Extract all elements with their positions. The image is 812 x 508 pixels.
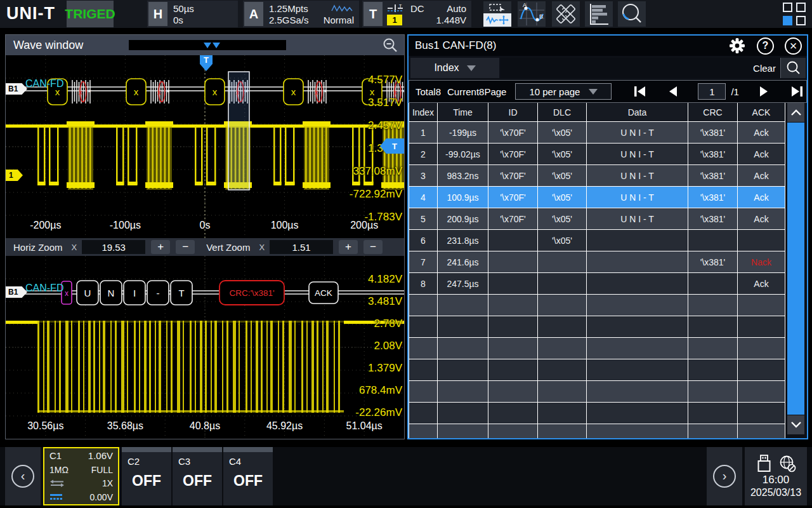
per-page-dropdown[interactable]: 10 per page bbox=[515, 83, 612, 100]
acquire-settings[interactable]: A 1.25Mpts 2.5GSa/s Normal bbox=[243, 1, 359, 27]
table-row[interactable] bbox=[409, 295, 785, 316]
table-cell bbox=[488, 251, 538, 273]
gear-icon[interactable] bbox=[728, 37, 746, 55]
window-layout-button[interactable] bbox=[783, 3, 806, 25]
ab-curve-icon: A B bbox=[518, 1, 546, 27]
table-row[interactable]: 5200.9µs'\x70F''\x05'U N I - T'\x381'Ack bbox=[409, 208, 785, 230]
prev-page-icon bbox=[667, 85, 679, 98]
table-row[interactable]: 6231.8µs'\x05' bbox=[409, 230, 785, 251]
brand-logo: UNI-T bbox=[6, 4, 55, 23]
last-page-button[interactable] bbox=[790, 85, 804, 98]
clear-button[interactable]: Clear bbox=[749, 58, 780, 78]
channel1-card[interactable]: C1 1.06V 1MΩ FULL 1X 0.00V bbox=[43, 447, 119, 505]
waveform-zoom[interactable]: xUNI-TCRC:'\x381'ACK B1 CAN-FD 4.182V3.4… bbox=[6, 256, 404, 439]
bottom-channel-bar: ‹ C1 1.06V 1MΩ FULL 1X bbox=[0, 447, 812, 505]
table-cell bbox=[438, 316, 488, 338]
table-cell: 200.9µs bbox=[438, 208, 488, 230]
help-icon[interactable]: ? bbox=[757, 37, 774, 55]
table-row[interactable] bbox=[409, 381, 785, 403]
voltage-label: 4.182V bbox=[326, 273, 402, 286]
bus-search-row: Index Clear bbox=[409, 56, 807, 80]
measure-button[interactable] bbox=[552, 1, 580, 27]
voltage-label: 3.481V bbox=[326, 295, 402, 308]
dc-coupling-icon bbox=[49, 493, 63, 500]
time-label: 35.68µs bbox=[95, 420, 155, 432]
scroll-down-button[interactable] bbox=[787, 415, 804, 434]
scroll-up-button[interactable] bbox=[787, 103, 804, 122]
clock-date: 2025/03/13 bbox=[750, 487, 801, 498]
channel-offset: 0.00V bbox=[89, 492, 113, 502]
first-page-icon bbox=[633, 85, 647, 98]
table-cell: 7 bbox=[409, 251, 438, 273]
table-cell bbox=[438, 338, 488, 359]
time-label: 0s bbox=[174, 220, 235, 231]
channel-card-c4[interactable]: C4OFF bbox=[223, 447, 273, 505]
system-status-panel[interactable]: 16:00 2025/03/13 bbox=[745, 447, 807, 505]
prev-page-button[interactable] bbox=[667, 85, 679, 98]
table-cell: Nack bbox=[738, 251, 785, 273]
channel-off-label: OFF bbox=[223, 472, 273, 490]
table-row[interactable] bbox=[409, 316, 785, 338]
table-cell bbox=[587, 273, 688, 295]
position-markers-icon bbox=[204, 43, 220, 48]
table-row[interactable] bbox=[409, 424, 785, 438]
select-pan-tool-button[interactable] bbox=[483, 1, 511, 27]
vert-zoom-minus-button[interactable]: − bbox=[363, 240, 383, 254]
voltage-label: 1.379V bbox=[326, 362, 402, 375]
table-row[interactable]: 3983.2ns'\x70F''\x05'U N I - T'\x381'Ack bbox=[409, 165, 785, 187]
voltage-label: 4.577V bbox=[326, 74, 402, 86]
waveform-main[interactable]: xx*xx*xx*xx*xx* T B1 CAN-FD 1 4.577V3.51… bbox=[6, 55, 404, 238]
page-number-input[interactable]: 1 bbox=[698, 83, 726, 100]
horizontal-position-bar[interactable] bbox=[129, 40, 286, 50]
zoom-out-icon[interactable] bbox=[383, 37, 399, 54]
column-header: DLC bbox=[538, 103, 587, 122]
table-row[interactable] bbox=[409, 338, 785, 359]
table-row[interactable]: 8247.5µsAck bbox=[409, 273, 785, 295]
vert-zoom-plus-button[interactable]: + bbox=[339, 240, 358, 254]
table-row[interactable]: 7241.6µs'\x381'Nack bbox=[409, 251, 785, 273]
close-icon[interactable]: × bbox=[785, 37, 802, 55]
table-cell bbox=[409, 295, 438, 316]
table-row[interactable]: 4100.9µs'\x70F''\x05'U N I - T'\x381'Ack bbox=[409, 187, 785, 208]
table-row[interactable] bbox=[409, 403, 785, 424]
scroll-channels-left-button[interactable]: ‹ bbox=[5, 447, 41, 505]
table-row[interactable]: 2-99.02µs'\x70F''\x05'U N I - T'\x381'Ac… bbox=[409, 144, 785, 165]
table-cell bbox=[587, 316, 688, 338]
table-cell: -99.02µs bbox=[438, 144, 488, 165]
table-cell bbox=[587, 403, 688, 424]
table-row[interactable] bbox=[409, 359, 785, 381]
channel-off-label: OFF bbox=[173, 472, 222, 490]
horiz-zoom-value[interactable]: 19.53 bbox=[82, 240, 145, 254]
table-row[interactable]: 1-199µs'\x70F''\x05'U N I - T'\x381'Ack bbox=[409, 122, 785, 144]
horiz-zoom-minus-button[interactable]: − bbox=[176, 240, 195, 254]
ab-cursor-button[interactable]: A B bbox=[518, 1, 546, 27]
channel-card-c3[interactable]: C3OFF bbox=[173, 447, 222, 505]
table-cell bbox=[438, 424, 488, 438]
table-cell bbox=[488, 359, 538, 381]
table-cell bbox=[688, 295, 738, 316]
table-cell: 100.9µs bbox=[438, 187, 488, 208]
voltage-label: 2.08V bbox=[326, 340, 402, 352]
column-header: CRC bbox=[688, 103, 738, 122]
trigger-settings[interactable]: T T 1 DC Auto 1.448V bbox=[362, 1, 471, 27]
scroll-channels-right-button[interactable]: › bbox=[707, 447, 742, 505]
channel-card-c2[interactable]: C2OFF bbox=[122, 447, 171, 505]
search-input[interactable] bbox=[501, 58, 749, 78]
scrollbar-thumb[interactable] bbox=[787, 123, 804, 415]
filter-field-dropdown[interactable]: Index bbox=[410, 58, 499, 78]
next-page-button[interactable] bbox=[758, 85, 769, 98]
horiz-zoom-plus-button[interactable]: + bbox=[151, 240, 170, 254]
table-cell bbox=[438, 403, 488, 424]
table-cell: Ack bbox=[738, 122, 785, 144]
vert-zoom-value[interactable]: 1.51 bbox=[270, 240, 333, 254]
horizontal-settings[interactable]: H 50µs 0s bbox=[147, 1, 238, 27]
trigger-source-badge: 1 bbox=[387, 15, 402, 25]
histogram-button[interactable] bbox=[585, 1, 613, 27]
search-button[interactable] bbox=[780, 58, 806, 78]
table-cell: 4 bbox=[409, 187, 438, 208]
search-tool-button[interactable] bbox=[618, 1, 646, 27]
svg-text:*: * bbox=[324, 88, 327, 97]
top-toolbar: UNI-T TRIGED H 50µs 0s A 1.25Mpts 2.5GSa… bbox=[0, 0, 812, 28]
svg-text:U: U bbox=[84, 288, 91, 298]
first-page-button[interactable] bbox=[633, 85, 647, 98]
